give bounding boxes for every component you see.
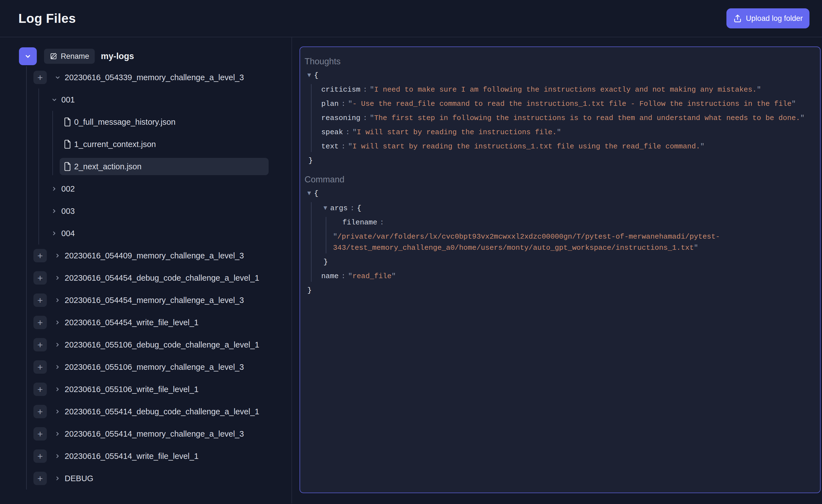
chevron-right-icon[interactable] [54, 475, 61, 482]
tree-run-001[interactable]: 001 [51, 89, 292, 111]
expand-all-button[interactable]: + [33, 360, 47, 374]
chevron-down-icon[interactable] [51, 96, 58, 103]
chevron-right-icon[interactable] [54, 430, 61, 437]
tree-folder-054339[interactable]: + 20230616_054339_memory_challenge_a_lev… [33, 66, 292, 89]
tree-folder-055414-debug[interactable]: + 20230616_055414_debug_code_challenge_a… [33, 400, 292, 423]
expand-all-button[interactable]: + [33, 472, 47, 485]
tree-folder-055106-memory[interactable]: + 20230616_055106_memory_challenge_a_lev… [33, 356, 292, 378]
json-key: criticism [321, 85, 360, 94]
filename-value: /private/var/folders/lx/cvc0bpt93vx2mcwx… [333, 231, 814, 253]
expand-all-button[interactable]: + [33, 405, 47, 418]
json-string-value: - Use the read_file command to read the … [348, 100, 796, 108]
expand-all-button[interactable]: + [33, 71, 47, 84]
tree-folder-054454-debug[interactable]: + 20230616_054454_debug_code_challenge_a… [33, 267, 292, 289]
file-icon [63, 140, 71, 149]
json-colon: : [341, 142, 346, 151]
tree-folder-054454-write[interactable]: + 20230616_054454_write_file_level_1 [33, 311, 292, 334]
collapse-triangle-icon[interactable]: ▼ [307, 69, 311, 80]
tree-run-002[interactable]: 002 [51, 178, 292, 200]
tree-run-004[interactable]: 004 [51, 222, 292, 244]
tree-folder-debug[interactable]: + DEBUG [33, 467, 292, 490]
chevron-right-icon[interactable] [54, 386, 61, 393]
tree-folder-054409-memory[interactable]: + 20230616_054409_memory_challenge_a_lev… [33, 244, 292, 267]
expand-all-button[interactable]: + [33, 338, 47, 351]
file-row-full-message-history[interactable]: 0_full_message_history.json [63, 111, 292, 133]
expand-all-button[interactable]: + [33, 449, 47, 463]
file-row-current-context[interactable]: 1_current_context.json [63, 133, 292, 155]
folder-label: 20230616_054454_debug_code_challenge_a_l… [65, 273, 259, 283]
expand-all-button[interactable]: + [33, 383, 47, 396]
folder-label: 20230616_055106_memory_challenge_a_level… [65, 363, 244, 372]
tree-folder-055106-debug[interactable]: + 20230616_055106_debug_code_challenge_a… [33, 334, 292, 356]
file-row-next-action-selected[interactable]: 2_next_action.json [60, 158, 269, 175]
chevron-right-icon[interactable] [54, 297, 61, 304]
close-brace: } [309, 156, 313, 165]
chevron-down-icon [24, 52, 32, 60]
tree-folder-055106-write[interactable]: + 20230616_055106_write_file_level_1 [33, 378, 292, 400]
json-colon: : [380, 218, 384, 227]
open-brace: { [357, 204, 361, 212]
json-entry-filename: filename: [333, 217, 814, 228]
folder-label: 20230616_055414_debug_code_challenge_a_l… [65, 407, 259, 416]
chevron-right-icon[interactable] [54, 319, 61, 326]
command-json-viewer: ▼{ ▼args:{ filename: /private/var/folder… [307, 187, 814, 296]
tree-run-003[interactable]: 003 [51, 200, 292, 222]
folder-label: DEBUG [65, 474, 93, 483]
chevron-right-icon[interactable] [54, 252, 61, 259]
chevron-right-icon[interactable] [51, 207, 58, 215]
json-colon: : [350, 204, 355, 212]
expand-all-button[interactable]: + [33, 316, 47, 329]
tree-folder-054454-memory[interactable]: + 20230616_054454_memory_challenge_a_lev… [33, 289, 292, 311]
folder-label: 20230616_055106_write_file_level_1 [65, 385, 199, 394]
root-collapse-button[interactable] [19, 47, 37, 65]
command-section-label: Command [305, 175, 814, 185]
json-string-value: /private/var/folders/lx/cvc0bpt93vx2mcwx… [333, 233, 720, 252]
json-entry-reasoning: reasoning:The first step in following th… [321, 112, 814, 124]
thoughts-json-viewer: ▼{ criticism:I need to make sure I am fo… [307, 69, 814, 166]
tree-folder-055414-memory[interactable]: + 20230616_055414_memory_challenge_a_lev… [33, 423, 292, 445]
command-json-body: ▼args:{ filename: /private/var/folders/l… [311, 202, 814, 282]
page-title: Log Files [18, 11, 76, 26]
json-string-value: I will start by reading the instructions… [353, 128, 561, 136]
log-tree-pane: Rename my-logs + 20230616_054339_memory_… [0, 37, 292, 503]
chevron-right-icon[interactable] [54, 341, 61, 348]
folder-label: 20230616_055106_debug_code_challenge_a_l… [65, 340, 259, 349]
header: Log Files Upload log folder [0, 0, 822, 37]
json-key: name [321, 272, 339, 280]
collapse-triangle-icon[interactable]: ▼ [307, 187, 311, 199]
collapse-triangle-icon[interactable]: ▼ [324, 202, 327, 213]
json-string-value: The first step in following the instruct… [370, 114, 804, 122]
subtree-001-files: 0_full_message_history.json 1_current_co… [52, 111, 292, 175]
json-entry-criticism: criticism:I need to make sure I am follo… [321, 84, 814, 95]
file-icon [63, 162, 71, 171]
folder-label: 20230616_054454_write_file_level_1 [65, 318, 199, 327]
json-entry-args: ▼args:{ [321, 202, 814, 214]
close-brace: } [324, 258, 328, 266]
expand-all-button[interactable]: + [33, 249, 47, 262]
chevron-right-icon[interactable] [54, 408, 61, 415]
json-entry-text: text:I will start by reading the instruc… [321, 141, 814, 152]
run-label: 003 [61, 207, 75, 216]
chevron-right-icon[interactable] [51, 185, 58, 192]
chevron-right-icon[interactable] [54, 363, 61, 371]
chevron-down-icon[interactable] [54, 74, 61, 81]
tree-folder-055414-write[interactable]: + 20230616_055414_write_file_level_1 [33, 445, 292, 467]
upload-log-folder-button[interactable]: Upload log folder [727, 8, 809, 28]
upload-button-label: Upload log folder [746, 14, 803, 23]
file-label: 1_current_context.json [74, 140, 156, 149]
json-colon: : [341, 100, 346, 108]
folder-label: 20230616_054454_memory_challenge_a_level… [65, 296, 244, 305]
chevron-right-icon[interactable] [54, 274, 61, 282]
expand-all-button[interactable]: + [33, 293, 47, 307]
expand-all-button[interactable]: + [33, 271, 47, 285]
folder-label: 20230616_055414_write_file_level_1 [65, 452, 199, 461]
rename-button[interactable]: Rename [44, 49, 95, 64]
expand-all-button[interactable]: + [33, 427, 47, 441]
chevron-right-icon[interactable] [54, 452, 61, 460]
root-folder-row: Rename my-logs [19, 47, 292, 65]
chevron-right-icon[interactable] [51, 230, 58, 237]
json-colon: : [341, 272, 346, 280]
folder-label: 20230616_055414_memory_challenge_a_level… [65, 429, 244, 439]
upload-icon [733, 14, 742, 23]
json-string-value: I will start by reading the instructions… [348, 142, 705, 151]
